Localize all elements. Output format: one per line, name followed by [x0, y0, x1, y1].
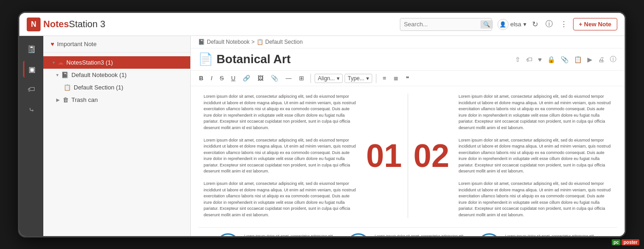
- pcposter-badge-2: poster: [621, 239, 639, 245]
- toolbar-quote[interactable]: ❝: [403, 73, 412, 83]
- lorem-text-1b: Lorem ipsum dolor sit amet, consectetur …: [204, 137, 357, 175]
- refresh-button[interactable]: ↻: [530, 18, 540, 30]
- notebook-icon: 📓: [61, 71, 69, 78]
- bottom-icon-gear-text: Lorem ipsum dolor sit amet, consectetur …: [505, 233, 599, 237]
- bottom-icon-monitor-text: Lorem ipsum dolor sit amet, consectetur …: [375, 233, 468, 237]
- toolbar-type-dropdown[interactable]: Type... ▾: [345, 74, 372, 83]
- toolbar-underline[interactable]: U: [228, 73, 238, 83]
- user-chevron-icon: ▾: [523, 21, 527, 28]
- lorem-text-1a: Lorem ipsum dolor sit amet, consectetur …: [204, 94, 357, 131]
- breadcrumb-section: Default Section: [265, 39, 303, 45]
- bottom-icon-monitor: 🖥 Lorem ipsum dolor sit amet, consectetu…: [347, 233, 468, 237]
- tree-label-default-notebook: Default Notebook (1): [71, 71, 127, 78]
- logo-icon: N: [27, 18, 41, 31]
- lorem-text-2b: Lorem ipsum dolor sit amet, consectetur …: [458, 137, 612, 175]
- user-avatar-icon: 👤: [498, 19, 509, 30]
- toolbar-attachment[interactable]: 📎: [268, 73, 281, 83]
- presentation-action-button[interactable]: ▶: [586, 55, 593, 64]
- logo-area: N NotesStation 3: [27, 18, 119, 31]
- main-layout: 📓 ▣ 🏷 ⤷ ♥ Important Note ▾ ☁ NotesStatio…: [19, 36, 625, 237]
- new-note-button[interactable]: New Note: [573, 18, 617, 30]
- note-title-text: Botanical Art: [217, 52, 291, 66]
- title-suffix: Station 3: [69, 19, 105, 29]
- toolbar-image[interactable]: 🖼: [255, 73, 266, 83]
- tree-item-notesstation[interactable]: ▾ ☁ NotesStation3 (1): [43, 56, 190, 69]
- notebook-tree: ▾ ☁ NotesStation3 (1) ▾ 📓 Default Notebo…: [43, 53, 190, 110]
- title-prefix: Notes: [43, 19, 69, 29]
- sidebar-item-share[interactable]: ⤷: [23, 101, 40, 118]
- lock-action-button[interactable]: 🔒: [546, 55, 556, 64]
- user-name: elsa: [510, 21, 521, 28]
- breadcrumb: 📓 Default Notebook > 📋 Default Section: [191, 36, 625, 48]
- toolbar-hr[interactable]: —: [283, 73, 294, 83]
- breadcrumb-separator: >: [252, 39, 255, 45]
- note-title-bar: 📄 Botanical Art ⇧ 🏷 ♥ 🔒 📎 📋 ▶ 🖨 ⓘ: [191, 48, 625, 71]
- bottom-icon-gear: ⚙ Lorem ipsum dolor sit amet, consectetu…: [478, 233, 599, 237]
- tree-item-default-section[interactable]: 📋 Default Section (1): [43, 81, 190, 94]
- history-action-button[interactable]: 📋: [573, 55, 583, 64]
- breadcrumb-notebook: Default Notebook: [207, 39, 250, 45]
- trash-icon: 🗑: [63, 96, 69, 103]
- toolbar-align-dropdown[interactable]: Align... ▾: [315, 74, 343, 83]
- info-button[interactable]: ⓘ: [544, 18, 555, 31]
- search-button[interactable]: 🔍: [480, 20, 493, 29]
- gear-circle-icon: ⚙: [478, 233, 501, 237]
- toolbar-table[interactable]: ⊞: [296, 73, 307, 83]
- content-col-2: Lorem ipsum dolor sit amet, consectetur …: [453, 94, 617, 218]
- heart-icon: ♥: [51, 41, 54, 47]
- logo-letter: N: [31, 20, 36, 29]
- toolbar-separator-1: [310, 74, 311, 83]
- note-title-icon: 📄: [198, 52, 213, 66]
- search-bar: 🔍: [400, 18, 492, 31]
- sidebar-item-notebook[interactable]: 📓: [23, 41, 40, 57]
- favorite-action-button[interactable]: ♥: [537, 55, 543, 64]
- chevron-right-icon: ▾: [56, 72, 59, 77]
- toolbar-italic[interactable]: I: [208, 73, 215, 83]
- section-icon: 📋: [64, 84, 71, 91]
- note-title: 📄 Botanical Art: [198, 52, 291, 66]
- lorem-text-1c: Lorem ipsum dolor sit amet, consectetur …: [204, 181, 357, 218]
- toolbar-bold[interactable]: B: [196, 73, 206, 83]
- monitor-circle-icon: 🖥: [347, 233, 370, 237]
- important-note-label: Important Note: [57, 41, 97, 47]
- tree-label-default-section: Default Section (1): [74, 84, 123, 91]
- big-number-01: 01: [366, 140, 402, 172]
- tree-label-trash: Trash can: [71, 96, 98, 103]
- app-title: NotesStation 3: [43, 19, 105, 30]
- sidebar-icons: 📓 ▣ 🏷 ⤷: [19, 36, 43, 237]
- more-button[interactable]: ⋮: [558, 18, 569, 30]
- share-action-button[interactable]: ⇧: [514, 55, 521, 64]
- type-label: Type...: [348, 75, 364, 82]
- attach-action-button[interactable]: 📎: [560, 55, 569, 64]
- header: N NotesStation 3 🔍 👤 elsa ▾ ↻ ⓘ ⋮: [19, 13, 625, 36]
- toolbar-ordered-list[interactable]: ≣: [391, 73, 401, 83]
- align-label: Align...: [318, 75, 335, 82]
- print-action-button[interactable]: 🖨: [597, 55, 605, 64]
- search-input[interactable]: [404, 21, 478, 28]
- email-circle-icon: ✉: [217, 233, 240, 237]
- pcposter-badge-1: pc: [612, 239, 621, 245]
- toolbar-separator-2: [376, 74, 376, 83]
- sidebar-item-panel[interactable]: ▣: [23, 61, 40, 77]
- note-body: Lorem ipsum dolor sit amet, consectetur …: [191, 86, 625, 237]
- tree-item-trash[interactable]: ▶ 🗑 Trash can: [43, 94, 190, 106]
- tree-label-notesstation: NotesStation3 (1): [66, 59, 113, 66]
- content-columns-top: Lorem ipsum dolor sit amet, consectetur …: [198, 94, 617, 218]
- user-menu[interactable]: 👤 elsa ▾: [498, 19, 527, 30]
- chevron-down-icon: ▾: [53, 60, 55, 65]
- lorem-text-2c: Lorem ipsum dolor sit amet, consectetur …: [458, 181, 612, 218]
- editor-toolbar: B I S U 🔗 🖼 📎 — ⊞ Align... ▾ Type...: [191, 71, 625, 86]
- header-actions: 👤 elsa ▾ ↻ ⓘ ⋮ New Note: [498, 18, 617, 31]
- tag-action-button[interactable]: 🏷: [525, 55, 533, 64]
- big-number-02: 02: [414, 140, 450, 172]
- toolbar-link[interactable]: 🔗: [240, 73, 253, 83]
- sidebar-item-tags[interactable]: 🏷: [23, 81, 40, 98]
- important-note-header[interactable]: ♥ Important Note: [43, 36, 190, 53]
- watermark: pcposter: [612, 239, 639, 245]
- tree-item-default-notebook[interactable]: ▾ 📓 Default Notebook (1): [43, 69, 190, 81]
- toolbar-strikethrough[interactable]: S: [217, 73, 227, 83]
- info-action-button[interactable]: ⓘ: [609, 54, 617, 65]
- toolbar-bullet-list[interactable]: ≡: [380, 73, 389, 83]
- bottom-icons-row: ✉ Lorem ipsum dolor sit amet, consectetu…: [198, 227, 617, 237]
- type-chevron-icon: ▾: [366, 75, 369, 82]
